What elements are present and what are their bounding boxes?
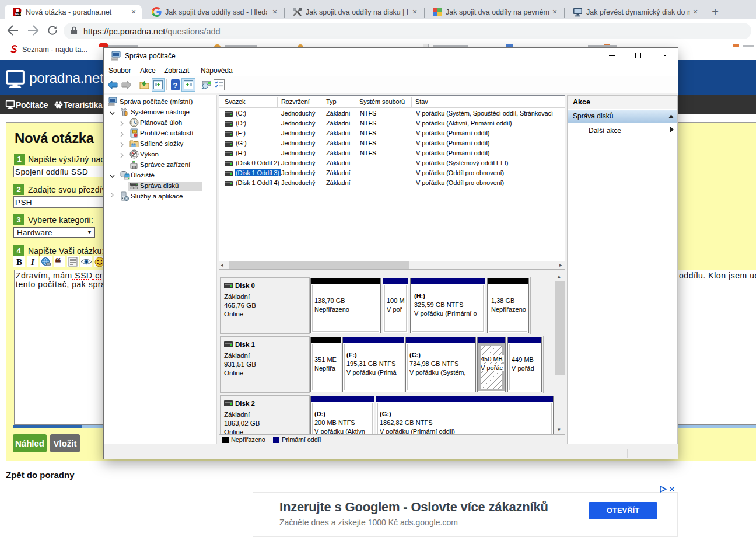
svg-text:!: ! — [134, 130, 135, 134]
svg-text:NET: NET — [15, 12, 22, 16]
svg-text:?: ? — [173, 81, 178, 90]
